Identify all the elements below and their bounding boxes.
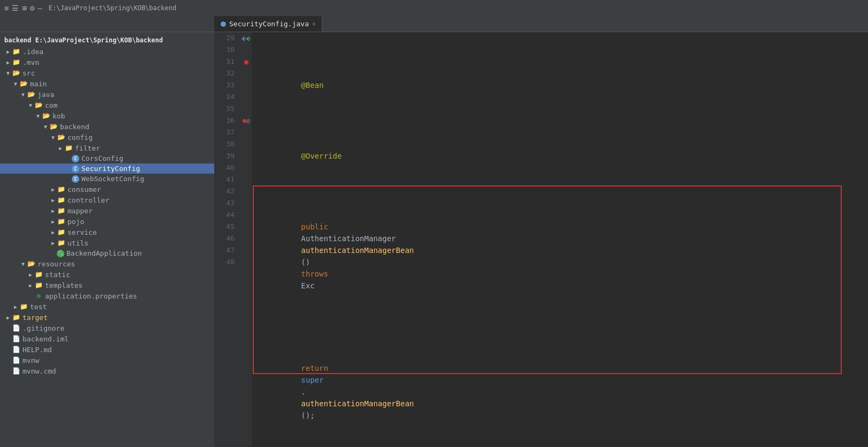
tree-item-mvn[interactable]: ▶ 📁 .mvn	[0, 57, 214, 68]
tree-item-idea[interactable]: ▶ 📁 .idea	[0, 46, 214, 57]
tree-label-security: SecurityConfig	[81, 165, 140, 173]
tree-item-security-config[interactable]: C SecurityConfig	[0, 163, 214, 174]
project-root-label: backend E:\JavaProject\Spring\KOB\backen…	[0, 34, 214, 46]
tree-item-mvnw[interactable]: 📄 mvnw	[0, 355, 214, 366]
gutter-40	[241, 162, 252, 174]
gutter-29: ⬖ ⬖	[241, 32, 252, 44]
expand-arrow-consumer: ▶	[49, 187, 57, 192]
gutter-31: ●	[241, 56, 252, 68]
tree-label-java: java	[37, 91, 54, 99]
tree-item-config[interactable]: ▼ 📂 config	[0, 132, 214, 143]
tree-label-mapper: mapper	[67, 207, 93, 215]
tree-item-help-md[interactable]: 📄 HELP.md	[0, 344, 214, 355]
tab-filename: SecurityConfig.java	[229, 20, 309, 28]
line-num-46: 46	[218, 233, 237, 244]
tree-item-filter[interactable]: ▶ 📁 filter	[0, 143, 214, 153]
tree-item-gitignore[interactable]: 📄 .gitignore	[0, 323, 214, 333]
line-num-36: 36	[218, 115, 237, 126]
split-icon[interactable]: ⊞	[22, 4, 26, 12]
tree-item-target[interactable]: ▶ 📁 target	[0, 312, 214, 323]
tree-item-utils[interactable]: ▶ 📁 utils	[0, 237, 214, 248]
tab-bar: SecurityConfig.java ✕	[0, 16, 868, 32]
gutter-36: ● @	[241, 115, 252, 126]
expand-arrow-idea: ▶	[4, 49, 12, 55]
code-content: 29 30 31 32 33 34 35 36 37 38 39 40 41 4…	[214, 32, 868, 447]
titlebar-controls: ≡ ☰ ⊞ ⚙ —	[4, 4, 42, 12]
tab-close-button[interactable]: ✕	[312, 20, 316, 27]
expand-arrow-test: ▶	[12, 304, 19, 310]
tree-item-controller[interactable]: ▶ 📁 controller	[0, 195, 214, 205]
code-line-30: @Override	[256, 138, 868, 174]
tree-item-websocket-config[interactable]: C WebSocketConfig	[0, 174, 214, 184]
tree-item-app-properties[interactable]: ⚙ application.properties	[0, 290, 214, 301]
code-line-31: public AuthenticationManager authenticat…	[256, 209, 868, 303]
tree-item-cors-config[interactable]: C CorsConfig	[0, 153, 214, 163]
code-lines[interactable]: @Bean @Override public AuthenticationMan…	[252, 32, 868, 447]
tree-label-idea: .idea	[22, 48, 43, 56]
tree-label-backend-iml: backend.iml	[22, 335, 69, 343]
class-exc-31: Exc	[301, 281, 314, 290]
folder-icon-target: 📁	[12, 313, 20, 322]
tree-item-templates[interactable]: ▶ 📁 templates	[0, 280, 214, 290]
tree-item-mvnw-cmd[interactable]: 📄 mvnw.cmd	[0, 366, 214, 376]
line-num-47: 47	[218, 244, 237, 256]
gutter-33	[241, 79, 252, 91]
folder-icon-config: 📂	[57, 133, 65, 141]
java-file-icon	[221, 21, 226, 27]
folder-icon-static: 📁	[34, 270, 43, 279]
titlebar: ≡ ☰ ⊞ ⚙ — E:\JavaProject\Spring\KOB\back…	[0, 0, 868, 16]
folder-icon-src: 📂	[12, 69, 20, 77]
gutter-38	[241, 138, 252, 150]
code-line-29: @Bean	[256, 68, 868, 103]
code-editor[interactable]: 29 30 31 32 33 34 35 36 37 38 39 40 41 4…	[214, 32, 868, 447]
menu-icon[interactable]: ☰	[12, 4, 19, 12]
expand-arrow-backend: ▼	[42, 124, 49, 130]
expand-arrow-com: ▼	[27, 102, 34, 108]
tree-item-main[interactable]: ▼ 📂 main	[0, 78, 214, 89]
line-num-42: 42	[218, 185, 237, 197]
expand-arrow-templates: ▶	[27, 282, 34, 288]
expand-arrow-controller: ▶	[49, 197, 57, 203]
tree-item-mapper[interactable]: ▶ 📁 mapper	[0, 205, 214, 216]
at-icon-36: @	[246, 117, 250, 124]
tree-label-mvnw-cmd: mvnw.cmd	[22, 367, 56, 375]
folder-icon-backend: 📂	[49, 122, 58, 131]
tree-label-cors: CorsConfig	[81, 154, 123, 162]
tree-item-test[interactable]: ▶ 📁 test	[0, 301, 214, 312]
line-num-37: 37	[218, 126, 237, 138]
tree-label-resources: resources	[37, 260, 75, 268]
java-file-icon-websocket: C	[72, 175, 79, 183]
tree-item-backend-app[interactable]: 🔧 BackendApplication	[0, 248, 214, 258]
tree-item-com[interactable]: ▼ 📂 com	[0, 100, 214, 110]
tree-item-consumer[interactable]: ▶ 📁 consumer	[0, 184, 214, 195]
tree-item-src[interactable]: ▼ 📂 src	[0, 68, 214, 78]
tree-item-kob[interactable]: ▼ 📂 kob	[0, 110, 214, 121]
minimize-icon[interactable]: —	[37, 4, 42, 12]
project-tree[interactable]: backend E:\JavaProject\Spring\KOB\backen…	[0, 32, 214, 447]
kw-super-32: super	[301, 376, 323, 384]
tree-item-backend[interactable]: ▼ 📂 backend	[0, 121, 214, 132]
line-numbers: 29 30 31 32 33 34 35 36 37 38 39 40 41 4…	[214, 32, 241, 447]
folder-icon-mapper: 📁	[57, 206, 65, 215]
tree-item-static[interactable]: ▶ 📁 static	[0, 269, 214, 280]
folder-icon-kob: 📂	[42, 111, 50, 120]
tree-item-resources[interactable]: ▼ 📂 resources	[0, 258, 214, 269]
gutter-45	[241, 221, 252, 233]
expand-arrow-pojo: ▶	[49, 219, 57, 225]
expand-arrow-mapper: ▶	[49, 208, 57, 214]
tab-security-config[interactable]: SecurityConfig.java ✕	[214, 16, 322, 32]
tree-label-backend: backend	[60, 123, 89, 131]
main-layout: backend E:\JavaProject\Spring\KOB\backen…	[0, 32, 868, 447]
gutter-44	[241, 209, 252, 221]
settings-icon[interactable]: ⚙	[30, 4, 34, 12]
tree-item-java[interactable]: ▼ 📂 java	[0, 89, 214, 100]
titlebar-path: E:\JavaProject\Spring\KOB\backend	[49, 4, 176, 12]
tree-item-pojo[interactable]: ▶ 📁 pojo	[0, 216, 214, 227]
gutter-46	[241, 233, 252, 244]
tree-item-backend-iml[interactable]: 📄 backend.iml	[0, 333, 214, 344]
expand-arrow-target: ▶	[4, 315, 12, 321]
tree-item-service[interactable]: ▶ 📁 service	[0, 227, 214, 237]
tree-label-mvnw: mvnw	[22, 356, 39, 364]
line-num-44: 44	[218, 209, 237, 221]
folder-icon-java: 📂	[27, 90, 35, 99]
